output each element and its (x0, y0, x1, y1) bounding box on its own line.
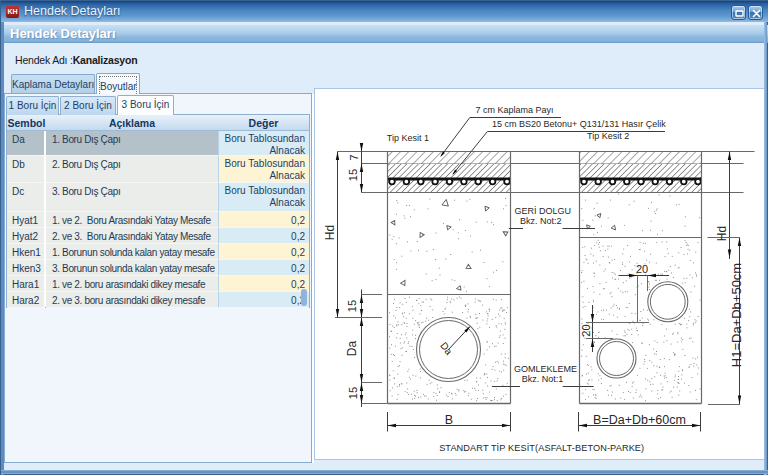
svg-text:Bkz. Not:2: Bkz. Not:2 (520, 216, 562, 226)
svg-text:15: 15 (347, 387, 359, 399)
svg-text:15: 15 (347, 169, 359, 181)
svg-text:Bkz. Not:1: Bkz. Not:1 (522, 374, 564, 384)
svg-text:GERİ DOLGU: GERİ DOLGU (515, 206, 572, 216)
svg-text:7: 7 (348, 154, 360, 160)
svg-text:STANDART TİP KESİT(ASFALT-BETO: STANDART TİP KESİT(ASFALT-BETON-PARKE) (439, 443, 644, 453)
svg-text:20: 20 (636, 263, 648, 275)
svg-text:7 cm Kaplama Payı: 7 cm Kaplama Payı (476, 105, 554, 115)
svg-text:20: 20 (580, 324, 592, 336)
svg-text:15 cm BS20 Betonu+ Q131/131 H: 15 cm BS20 Betonu+ Q131/131 Hasır Çelik (492, 119, 666, 129)
svg-text:B: B (445, 413, 453, 427)
svg-text:Hd: Hd (715, 226, 729, 241)
svg-text:Tip Kesit 1: Tip Kesit 1 (387, 133, 429, 143)
svg-text:GOMLEKLEME: GOMLEKLEME (514, 364, 577, 374)
svg-text:Hd: Hd (323, 225, 337, 240)
svg-text:15: 15 (346, 300, 358, 312)
svg-text:B=Da+Db+60cm: B=Da+Db+60cm (593, 413, 686, 427)
svg-text:Da: Da (345, 341, 359, 357)
svg-text:H1=Da+Db+50cm: H1=Da+Db+50cm (729, 263, 744, 367)
svg-text:Tip Kesit 2: Tip Kesit 2 (587, 131, 629, 141)
